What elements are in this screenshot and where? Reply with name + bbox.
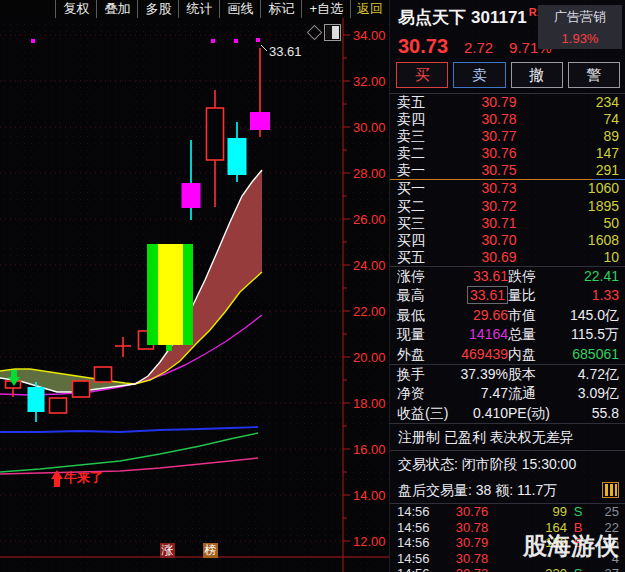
level-volume: 1895 [557, 198, 619, 215]
stat-label: 市值 [508, 306, 536, 325]
stat-label: 外盘 [397, 345, 425, 364]
stat-cell: 总量115.5万 [508, 325, 619, 344]
ask-row[interactable]: 卖三30.7789 [390, 128, 625, 145]
stat-value: 7.47 [425, 384, 508, 403]
panel-layout-icon[interactable] [324, 24, 341, 41]
back-button[interactable]: 返回 [350, 0, 389, 18]
trade-row[interactable]: 14:5630.72330S37 [390, 566, 625, 572]
trade-time: 14:56 [397, 566, 441, 572]
stat-value: 1.33 [536, 286, 619, 305]
stat-label: 跌停 [508, 267, 536, 286]
quote-panel: 易点天下301171R1000 广告营销 1.93% 30.73 2.72 9.… [389, 0, 625, 572]
trade-button-2[interactable]: 撤 [511, 62, 563, 88]
hot-list-button-bang[interactable]: 榜 [203, 543, 218, 558]
highlight-zone-stripe [158, 244, 183, 345]
stat-label: 内盘 [508, 345, 536, 364]
hot-list-button-zhang[interactable]: 涨 [160, 543, 175, 558]
toolbar-button-3[interactable]: 统计 [178, 0, 219, 18]
stat-value: 55.8 [550, 404, 619, 423]
level-price: 30.76 [441, 145, 557, 162]
sector-box[interactable]: 广告营销 1.93% [538, 5, 622, 49]
signal-dot [234, 39, 238, 43]
trade-time: 14:56 [397, 520, 441, 536]
level-label: 卖四 [397, 111, 441, 128]
signal-dot [211, 39, 215, 43]
sector-change: 1.93% [538, 31, 622, 46]
stat-value: 14164 [425, 325, 508, 344]
ask-row[interactable]: 卖一30.75291 [390, 162, 625, 179]
stat-label: 流通 [508, 384, 536, 403]
bid-row[interactable]: 买四30.701608 [390, 232, 625, 249]
trade-button-1[interactable]: 卖 [453, 62, 505, 88]
last-price: 30.73 [398, 35, 448, 57]
trade-row[interactable]: 14:5630.7699S25 [390, 504, 625, 520]
bid-row[interactable]: 买一30.731060 [390, 180, 625, 197]
stat-row: 现量14164总量115.5万 [390, 325, 625, 344]
after-hours-text: 盘后交易量: 38 额: 11.7万 [398, 482, 557, 498]
stat-value: 115.5万 [536, 325, 619, 344]
trade-volume: 330 [503, 566, 567, 572]
bid-row[interactable]: 买五30.6910 [390, 249, 625, 266]
bar-chart-icon[interactable] [602, 482, 619, 498]
level-volume: 147 [557, 145, 619, 162]
axis-label: 22.00 [353, 304, 386, 319]
axis-label: 16.00 [353, 442, 386, 457]
trade-price: 30.76 [441, 504, 503, 520]
level-volume: 89 [557, 128, 619, 145]
toolbar-button-2[interactable]: 多股 [137, 0, 178, 18]
level-label: 买四 [397, 232, 441, 249]
toolbar-button-4[interactable]: 画线 [219, 0, 260, 18]
stat-cell: 最高33.61 [397, 286, 508, 305]
ma-line-green [0, 433, 258, 472]
stat-row: 净资7.47流通3.09亿 [390, 384, 625, 403]
stat-cell: 流通3.09亿 [508, 384, 619, 403]
stat-cell: 现量14164 [397, 325, 508, 344]
level-price: 30.69 [441, 249, 557, 266]
order-book: 卖五30.79234卖四30.7874卖三30.7789卖二30.76147卖一… [390, 94, 625, 266]
level-price: 30.73 [441, 180, 557, 197]
toolbar-button-6[interactable]: +自选 [301, 0, 350, 18]
candle-body [182, 183, 201, 208]
stat-label: 股本 [508, 365, 536, 384]
level-volume: 234 [557, 94, 619, 111]
level-label: 卖五 [397, 94, 441, 111]
stat-value: 22.41 [536, 267, 619, 286]
toolbar-button-0[interactable]: 复权 [55, 0, 96, 18]
stat-row: 最高33.61量比1.33 [390, 286, 625, 305]
bid-row[interactable]: 买三30.7150 [390, 215, 625, 232]
toolbar-button-5[interactable]: 标记 [260, 0, 301, 18]
ma-line-pink [0, 458, 258, 474]
trade-price: 30.78 [441, 520, 503, 536]
axis-label: 20.00 [353, 350, 386, 365]
bull-annotation-text: 牛来了 [63, 470, 103, 485]
ask-row[interactable]: 卖五30.79234 [390, 94, 625, 111]
stat-cell: 换手37.39% [397, 365, 508, 384]
quote-header: 易点天下301171R1000 广告营销 1.93% 30.73 2.72 9.… [390, 0, 625, 56]
axis-label: 28.00 [353, 166, 386, 181]
trade-button-3[interactable]: 警 [568, 62, 620, 88]
trade-price: 30.72 [441, 566, 503, 572]
stat-value: 4.72亿 [536, 365, 619, 384]
ask-row[interactable]: 卖二30.76147 [390, 145, 625, 162]
toolbar-button-1[interactable]: 叠加 [96, 0, 137, 18]
stat-value: 33.61 [425, 286, 508, 305]
stock-trading-app: 复权叠加多股统计画线标记+自选 返回 33.61牛来了34.0032.0030.… [0, 0, 625, 572]
stat-value-boxed: 33.61 [467, 286, 508, 304]
signal-dot [31, 39, 35, 43]
trade-time: 14:56 [397, 551, 441, 567]
candlestick-chart[interactable]: 33.61牛来了34.0032.0030.0028.0026.0024.0022… [0, 18, 389, 572]
highlight-zone-wick [166, 345, 172, 351]
bid-row[interactable]: 买二30.721895 [390, 198, 625, 215]
signal-dot [256, 38, 260, 42]
ask-row[interactable]: 卖四30.7874 [390, 111, 625, 128]
axis-label: 14.00 [353, 488, 386, 503]
candle-body [73, 381, 90, 397]
trade-price: 30.78 [441, 551, 503, 567]
trade-count: 37 [589, 566, 619, 572]
stat-cell: PE(动)55.8 [508, 404, 619, 423]
stat-label: 最高 [397, 286, 425, 305]
trade-button-0[interactable]: 买 [396, 62, 448, 88]
level-price: 30.70 [441, 232, 557, 249]
stat-cell: 净资7.47 [397, 384, 508, 403]
level-label: 卖一 [397, 162, 441, 179]
